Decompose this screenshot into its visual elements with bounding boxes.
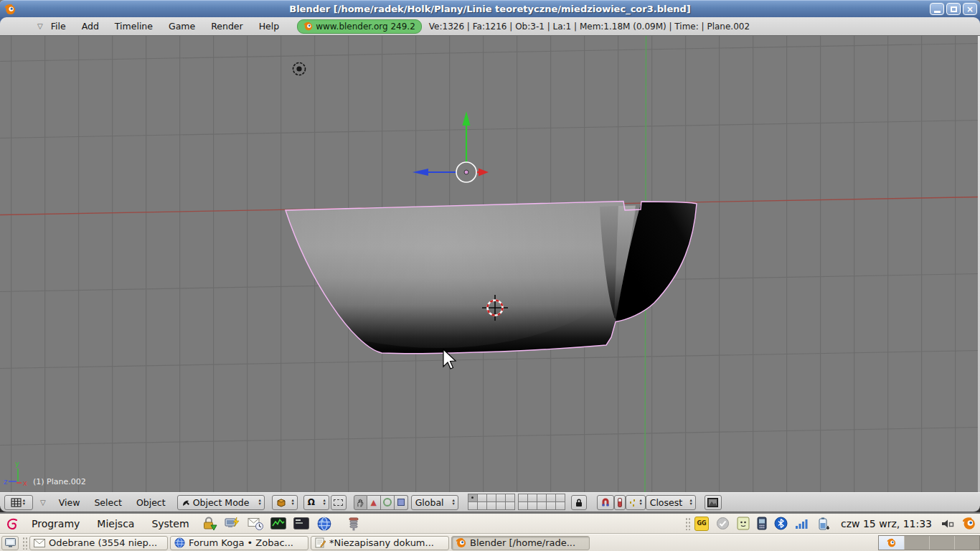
menu-add[interactable]: Add (74, 21, 107, 32)
bluetooth-tray-icon[interactable] (774, 517, 788, 530)
collapse-menu-icon[interactable]: ▽ (40, 499, 46, 507)
layer-buttons-group1[interactable] (468, 494, 515, 510)
spring-launcher-icon[interactable] (345, 515, 362, 532)
stepper-icon: ▴▾ (290, 499, 295, 506)
pivot-dropdown[interactable]: Ω ▴▾ (303, 495, 329, 510)
draw-type-dropdown[interactable]: ▴▾ (272, 495, 298, 510)
snap-element-dropdown[interactable]: ▴▾ (626, 495, 646, 510)
blender-mini-icon (887, 538, 896, 547)
menu-timeline[interactable]: Timeline (107, 21, 161, 32)
menu-programy[interactable]: Programy (24, 518, 88, 529)
system-monitor-launcher-icon[interactable] (270, 515, 287, 532)
orientation-dropdown[interactable]: Global ▴▾ (411, 495, 458, 510)
manipulator-extra-button[interactable] (331, 495, 347, 510)
axis-y-label: y (15, 460, 19, 468)
menu-select[interactable]: Select (87, 497, 129, 508)
workspace-3[interactable] (929, 536, 954, 550)
debian-menu-icon[interactable] (3, 515, 20, 532)
stepper-icon: ▴▾ (638, 499, 643, 506)
snap-peel-button[interactable] (614, 495, 626, 510)
window-titlebar[interactable]: Blender [/home/radek/Holk/Plany/Linie te… (0, 0, 980, 17)
taskbar-window-browser[interactable]: Forum Koga • Zobac... (170, 536, 308, 550)
menu-miejsca[interactable]: Miejsca (89, 518, 142, 529)
taskbar-window-text-editor[interactable]: *Niezapisany dokum... (311, 536, 449, 550)
panel-clock[interactable]: czw 15 wrz, 11:33 (841, 518, 932, 529)
mail-clock-launcher-icon[interactable] (247, 515, 264, 532)
blender-version-badge[interactable]: www.blender.org 249.2 (297, 19, 422, 34)
object-mode-icon (182, 498, 191, 507)
hand-icon (356, 498, 365, 507)
menu-render[interactable]: Render (203, 21, 251, 32)
axis-z-label: z (4, 478, 7, 486)
axis-x-label: x (23, 479, 27, 487)
desktop: Blender [/home/radek/Holk/Plany/Linie te… (0, 0, 980, 551)
kadu-tray-icon[interactable] (737, 517, 750, 530)
show-desktop-button[interactable] (1, 536, 19, 550)
tray-grip-handle[interactable] (685, 517, 690, 530)
render-preview-button[interactable] (705, 495, 722, 510)
battery-tray-icon[interactable] (816, 517, 832, 531)
web-browser-launcher-icon[interactable] (316, 515, 333, 532)
computer-power-launcher-icon[interactable] (224, 515, 241, 532)
object-center-dot (464, 170, 468, 174)
blender-info-header: ▽ File Add Timeline Game Render Help www… (0, 17, 980, 36)
close-icon: × (966, 4, 974, 14)
workspace-4[interactable] (954, 536, 979, 550)
snap-toggle-button[interactable] (597, 495, 614, 510)
menu-system[interactable]: System (143, 518, 197, 529)
green-ring-icon (383, 498, 392, 507)
maximize-button[interactable] (946, 3, 961, 15)
menu-help[interactable]: Help (251, 21, 288, 32)
gadu-gadu-tray-icon[interactable]: GG (694, 517, 709, 531)
signal-strength-tray-icon[interactable] (795, 517, 809, 530)
translate-manipulator-toggle[interactable]: ▲ (367, 495, 381, 510)
close-button[interactable]: × (963, 3, 977, 15)
scale-manipulator-toggle[interactable] (395, 495, 408, 510)
3d-viewport[interactable]: y z x (1) Plane.002 (0, 36, 980, 492)
view3d-header: ▴▾ ▽ View Select Object Object Mode ▴▾ ▴… (0, 492, 980, 512)
workspace-switcher[interactable] (878, 535, 980, 550)
software-update-launcher-icon[interactable] (201, 515, 218, 532)
sparkle-dots-icon (630, 499, 636, 505)
mode-dropdown[interactable]: Object Mode ▴▾ (177, 495, 265, 510)
minimize-button[interactable] (930, 3, 944, 15)
manipulator-hand-toggle[interactable] (354, 495, 367, 510)
taskbar-window-blender[interactable]: Blender [/home/rade... (451, 536, 590, 550)
text-editor-icon (315, 537, 326, 548)
scene-lock-button[interactable] (571, 495, 587, 510)
menu-view[interactable]: View (52, 497, 88, 508)
stepper-icon: ▴▾ (321, 499, 326, 506)
scene-statistics: Ve:1326 | Fa:1216 | Ob:3-1 | La:1 | Mem:… (429, 22, 750, 32)
lock-icon (575, 498, 583, 507)
stepper-icon: ▴▾ (22, 499, 27, 506)
window-title: Blender [/home/radek/Holk/Plany/Linie te… (0, 4, 980, 14)
rotate-manipulator-toggle[interactable] (381, 495, 395, 510)
maximize-icon (951, 6, 957, 12)
taskbar-window-mail[interactable]: Odebrane (3554 niep... (29, 536, 168, 550)
blue-square-icon (397, 499, 405, 506)
snap-mode-dropdown[interactable]: Closest ▴▾ (646, 495, 696, 510)
viewport-frame-label: (1) Plane.002 (33, 477, 86, 486)
gnome-panel: Programy Miejsca System (0, 514, 980, 534)
collapse-menu-icon[interactable]: ▽ (37, 22, 43, 30)
solid-cube-icon (276, 498, 286, 507)
menu-object[interactable]: Object (129, 497, 173, 508)
minimize-icon (934, 11, 941, 13)
workspace-1[interactable] (879, 536, 904, 550)
blender-icon (456, 537, 466, 548)
mail-icon (34, 539, 45, 547)
blender-tray-icon[interactable] (962, 517, 976, 530)
image-icon (707, 498, 718, 507)
terminal-launcher-icon[interactable] (293, 515, 310, 532)
phone-tray-icon[interactable] (757, 517, 767, 530)
update-notifier-tray-icon[interactable] (716, 517, 730, 530)
tasklist-grip-handle[interactable] (22, 537, 27, 550)
window-list-panel: Odebrane (3554 niep... Forum Koga • Zoba… (0, 534, 980, 551)
volume-tray-icon[interactable] (941, 517, 955, 530)
editor-type-button[interactable]: ▴▾ (4, 495, 33, 510)
menu-file[interactable]: File (43, 21, 74, 32)
globe-icon (174, 537, 185, 548)
workspace-2[interactable] (904, 536, 929, 550)
menu-game[interactable]: Game (161, 21, 203, 32)
layer-buttons-group2[interactable] (519, 494, 565, 510)
